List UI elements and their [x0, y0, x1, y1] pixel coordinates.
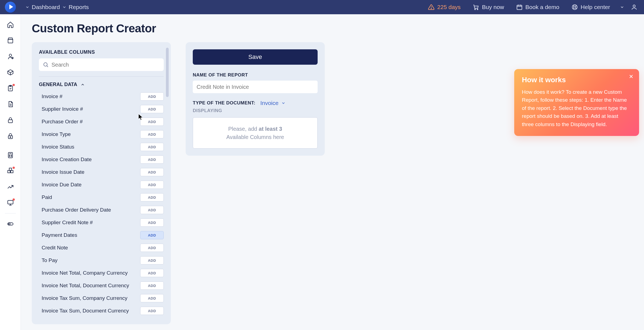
save-button[interactable]: Save — [193, 49, 318, 65]
name-label: NAME OF THE REPORT — [193, 72, 318, 78]
svg-line-13 — [573, 8, 574, 9]
add-column-button[interactable]: ADD — [140, 168, 164, 176]
svg-rect-32 — [8, 170, 10, 173]
svg-rect-35 — [8, 200, 13, 204]
breadcrumb: Dashboard Reports — [25, 4, 89, 10]
column-row: Invoice Net Total, Document CurrencyADD — [39, 279, 164, 292]
scrollbar-thumb[interactable] — [166, 48, 169, 97]
available-columns-panel: AVAILABLE COLUMNS GENERAL DATA Invoice #… — [32, 42, 171, 324]
buy-now-link[interactable]: Buy now — [468, 4, 509, 10]
calendar-icon — [516, 4, 523, 10]
calculator-icon — [7, 152, 14, 159]
add-column-button[interactable]: ADD — [140, 269, 164, 277]
divider — [39, 76, 164, 77]
trial-days[interactable]: 225 days — [423, 4, 465, 10]
svg-point-1 — [431, 8, 432, 9]
sidebar-item-inventory[interactable] — [3, 163, 18, 179]
svg-point-14 — [633, 5, 635, 7]
add-column-button[interactable]: ADD — [140, 155, 164, 164]
add-column-button[interactable]: ADD — [140, 281, 164, 290]
sidebar-item-reports[interactable] — [3, 179, 18, 195]
add-column-button[interactable]: ADD — [140, 206, 164, 214]
svg-line-10 — [573, 5, 574, 6]
user-menu[interactable] — [629, 4, 639, 10]
column-label: Supplier Invoice # — [42, 106, 83, 112]
sidebar-item-suppliers[interactable] — [3, 49, 18, 64]
add-column-button[interactable]: ADD — [140, 231, 164, 239]
report-name-input[interactable] — [193, 81, 318, 93]
sidebar-item-toggle[interactable] — [3, 216, 18, 232]
add-column-button[interactable]: ADD — [140, 193, 164, 201]
sidebar-item-purchases[interactable] — [3, 33, 18, 48]
add-column-button[interactable]: ADD — [140, 244, 164, 252]
report-config-panel: Save NAME OF THE REPORT TYPE OF THE DOCU… — [186, 42, 325, 156]
add-column-button[interactable]: ADD — [140, 118, 164, 126]
svg-point-25 — [10, 137, 11, 138]
sidebar-item-home[interactable] — [3, 17, 18, 32]
column-row: Invoice Tax Sum, Company CurrencyADD — [39, 292, 164, 305]
column-row: Invoice Issue DateADD — [39, 166, 164, 178]
add-column-button[interactable]: ADD — [140, 181, 164, 189]
group-general-data[interactable]: GENERAL DATA — [39, 82, 164, 87]
sidebar-item-approvals-2[interactable] — [3, 128, 18, 144]
clipboard-icon — [7, 85, 14, 92]
svg-rect-34 — [9, 168, 12, 170]
add-column-button[interactable]: ADD — [140, 105, 164, 113]
column-row: Invoice Net Total, Company CurrencyADD — [39, 267, 164, 279]
close-icon — [629, 74, 634, 79]
crumb-reports[interactable]: Reports — [69, 4, 89, 10]
box-icon — [7, 69, 14, 76]
svg-line-41 — [47, 66, 48, 67]
sidebar-item-tasks[interactable] — [3, 81, 18, 96]
book-demo-link[interactable]: Book a demo — [511, 4, 564, 10]
svg-rect-23 — [8, 120, 12, 123]
displaying-dropzone[interactable]: Please, add at least 3 Available Columns… — [193, 117, 318, 149]
column-label: Invoice Creation Date — [42, 157, 92, 163]
app-logo[interactable] — [0, 0, 21, 14]
column-label: Invoice Tax Sum, Company Currency — [42, 295, 127, 301]
svg-rect-15 — [8, 39, 13, 43]
doc-type-select[interactable]: Invoice — [260, 100, 286, 106]
sidebar-item-items[interactable] — [3, 65, 18, 80]
sidebar-item-documents[interactable] — [3, 96, 18, 112]
column-label: Invoice Due Date — [42, 182, 82, 188]
add-column-button[interactable]: ADD — [140, 218, 164, 227]
column-label: Purchase Order # — [42, 119, 83, 125]
lifebuoy-icon — [571, 4, 578, 10]
chevron-down-icon[interactable] — [62, 5, 67, 9]
chevron-down-icon[interactable] — [25, 5, 30, 9]
column-label: Invoice Tax Sum, Document Currency — [42, 308, 129, 314]
svg-point-9 — [574, 6, 576, 8]
add-column-button[interactable]: ADD — [140, 256, 164, 264]
displaying-label: DISPLAYING — [193, 108, 318, 113]
close-tip-button[interactable] — [629, 74, 634, 80]
svg-point-40 — [44, 63, 47, 66]
column-row: PaidADD — [39, 191, 164, 204]
svg-line-11 — [576, 8, 577, 9]
document-icon — [7, 101, 14, 108]
panel-scrollbar[interactable] — [166, 48, 169, 319]
add-column-button[interactable]: ADD — [140, 307, 164, 315]
add-column-button[interactable]: ADD — [140, 92, 164, 101]
search-input[interactable] — [51, 62, 160, 68]
sidebar-item-approvals[interactable] — [3, 112, 18, 128]
chevron-up-icon — [81, 82, 85, 87]
sidebar-item-admin[interactable] — [3, 195, 18, 210]
sidebar-item-accounting[interactable] — [3, 147, 18, 163]
add-column-button[interactable]: ADD — [140, 130, 164, 138]
chevron-down-icon — [281, 101, 286, 105]
inventory-icon — [7, 167, 14, 175]
supplier-icon — [7, 53, 14, 60]
column-row: Invoice StatusADD — [39, 141, 164, 153]
add-column-button[interactable]: ADD — [140, 143, 164, 151]
svg-point-31 — [11, 156, 12, 157]
svg-rect-4 — [517, 5, 522, 10]
add-column-button[interactable]: ADD — [140, 294, 164, 302]
more-menu[interactable] — [617, 5, 627, 9]
crumb-dashboard[interactable]: Dashboard — [32, 4, 60, 10]
svg-rect-33 — [11, 170, 13, 173]
column-row: Payment DatesADD — [39, 229, 164, 241]
tip-body: How does it work? To create a new Custom… — [522, 88, 631, 128]
help-center-link[interactable]: Help center — [567, 4, 615, 10]
column-row: Invoice Due DateADD — [39, 178, 164, 191]
